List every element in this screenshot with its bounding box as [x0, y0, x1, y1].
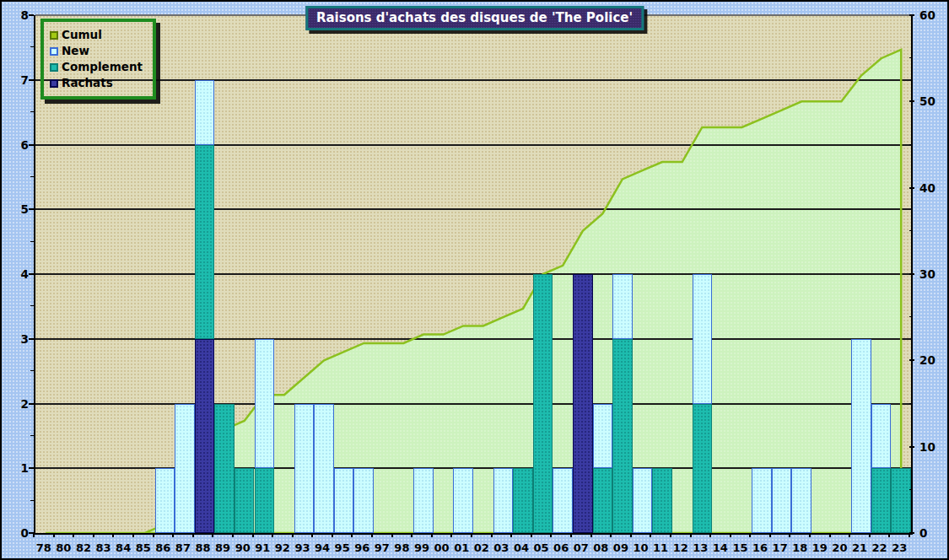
bar-complement-22 [871, 468, 892, 533]
x-axis-label: 84 [113, 541, 133, 554]
x-axis-tick [153, 533, 154, 537]
bar-new-88 [195, 80, 215, 145]
y-axis-left-label: 4 [7, 267, 29, 281]
x-axis-label: 09 [611, 541, 631, 554]
x-axis-label: 22 [870, 541, 890, 554]
bar-new-21 [851, 339, 871, 533]
y-axis-right-minor-tick [909, 489, 913, 490]
y-axis-left-tick [29, 208, 34, 210]
x-axis-label: 10 [631, 541, 651, 554]
bar-new-22 [871, 404, 892, 469]
bar-new-95 [334, 468, 354, 533]
complement-marker-icon [50, 63, 58, 72]
y-axis-right-label: 10 [919, 440, 936, 454]
x-axis-tick [849, 533, 850, 537]
y-axis-right-minor-tick [909, 230, 913, 231]
legend-label: New [62, 44, 89, 58]
bar-rachats-07 [573, 274, 593, 533]
x-axis-label: 00 [432, 541, 452, 554]
bar-complement-91 [255, 468, 275, 533]
cumul-line [35, 15, 911, 533]
x-axis-tick [450, 533, 452, 537]
bar-complement-90 [235, 468, 255, 533]
x-axis-label: 14 [710, 541, 731, 554]
x-axis-tick [192, 533, 194, 537]
x-axis-label: 01 [451, 541, 472, 554]
x-axis-tick [550, 533, 552, 537]
y-axis-right-tick [909, 187, 914, 189]
y-axis-right-label: 40 [919, 181, 936, 195]
y-axis-left-label: 3 [7, 332, 29, 346]
x-axis-label: 21 [849, 541, 870, 554]
x-axis-label: 94 [312, 541, 332, 554]
x-axis-label: 11 [650, 541, 671, 554]
y-axis-right-tick [909, 359, 914, 361]
x-axis-tick [311, 533, 313, 537]
x-axis-label: 16 [750, 541, 770, 554]
x-axis-label: 83 [94, 541, 114, 554]
x-axis-label: 04 [511, 541, 531, 554]
y-axis-left-tick [29, 273, 34, 275]
y-axis-left-minor-tick [30, 500, 34, 501]
x-axis-label: 96 [352, 541, 372, 554]
bar-new-13 [693, 274, 713, 404]
y-axis-left-minor-tick [30, 176, 34, 177]
x-axis-tick [869, 533, 871, 537]
y-axis-left-label: 2 [7, 397, 29, 411]
x-axis-tick [829, 533, 831, 537]
legend-label: Complement [62, 60, 143, 74]
bar-complement-11 [652, 468, 672, 533]
x-axis-tick [709, 533, 711, 537]
x-axis-tick [93, 533, 94, 537]
x-axis-tick [670, 533, 671, 537]
y-axis-left-label: 7 [7, 73, 29, 87]
bar-new-99 [413, 468, 434, 533]
y-axis-left-tick [29, 79, 34, 81]
bar-new-03 [493, 468, 514, 533]
x-axis-tick [351, 533, 353, 537]
x-axis-tick [371, 533, 373, 537]
x-axis-tick [650, 533, 651, 537]
bar-new-17 [772, 468, 792, 533]
y-axis-left-tick [29, 144, 34, 146]
x-axis-label: 90 [233, 541, 253, 554]
x-axis-tick [212, 533, 213, 537]
bar-new-10 [633, 468, 653, 533]
bar-new-06 [553, 468, 573, 533]
legend-item-cumul: Cumul [50, 28, 143, 42]
x-axis-label: 02 [472, 541, 492, 554]
x-axis-label: 85 [133, 541, 154, 554]
bar-rachats-88 [195, 339, 215, 533]
x-axis-label: 88 [193, 541, 213, 554]
cumul-marker-icon [50, 31, 58, 40]
bar-new-01 [453, 468, 473, 533]
y-axis-right-label: 60 [919, 8, 936, 22]
y-axis-right-tick [909, 14, 914, 16]
x-axis-label: 03 [492, 541, 512, 554]
x-axis-label: 19 [810, 541, 830, 554]
bar-complement-04 [513, 468, 533, 533]
x-axis-tick [471, 533, 472, 537]
rachats-marker-icon [50, 79, 58, 88]
x-axis-tick [730, 533, 731, 537]
x-axis-label: 12 [671, 541, 691, 554]
legend-item-new: New [50, 44, 143, 58]
x-axis-label: 15 [731, 541, 751, 554]
x-axis-label: 08 [591, 541, 612, 554]
x-axis-tick [690, 533, 692, 537]
x-axis-label: 13 [691, 541, 711, 554]
bar-new-94 [314, 404, 334, 534]
bar-complement-23 [891, 468, 911, 533]
x-axis-tick [272, 533, 273, 537]
y-axis-right-tick [909, 446, 914, 448]
bar-new-08 [593, 404, 613, 469]
x-axis-tick [809, 533, 811, 537]
legend-label: Cumul [62, 28, 102, 42]
x-axis-label: 17 [770, 541, 790, 554]
bar-new-16 [752, 468, 772, 533]
y-axis-left-minor-tick [30, 46, 34, 47]
x-axis-label: 18 [790, 541, 810, 554]
x-axis-label: 82 [73, 541, 94, 554]
x-axis-tick [53, 533, 55, 537]
bar-complement-88 [195, 145, 215, 339]
